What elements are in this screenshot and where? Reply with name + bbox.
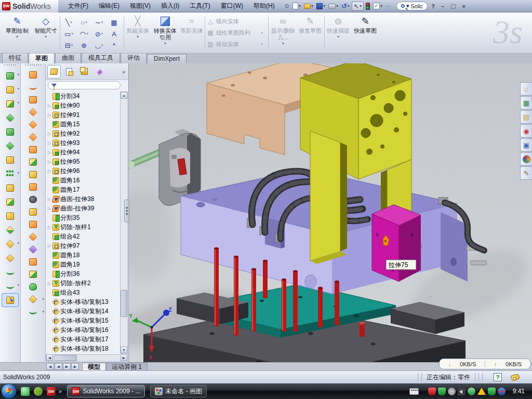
scroll-down-button[interactable]: ▼ [121,347,127,353]
magenta-insert-block[interactable] [372,205,421,282]
combine-tool-button[interactable] [0,181,20,195]
move-body-tool-button[interactable] [0,223,20,237]
scroll-up-button[interactable]: ▲ [121,92,127,99]
print-button[interactable]: ▾ [327,2,339,11]
tree-item[interactable]: 圆角18 [47,250,119,260]
move-entities-button[interactable]: ▧移动实体▾ [207,38,261,50]
circle-tool-button[interactable]: ○▾ [76,17,91,28]
prev-tab-button[interactable]: ◀ [55,363,62,370]
panel-splitter-handle[interactable] [124,200,129,222]
toolbar-grip[interactable] [25,64,41,68]
expand-icon[interactable]: ▷ [47,103,52,108]
convert-entities-button[interactable]: 转换实体引用 ▾ [151,14,179,51]
wizard-tool-button[interactable] [0,153,20,167]
app-close-button[interactable]: × [460,3,468,9]
radiate-surface-button[interactable] [21,143,45,156]
extruded-boss-tool-button[interactable] [0,69,20,83]
expand-icon[interactable]: ▷ [47,225,52,230]
instant3d-button-pressed[interactable] [2,293,19,307]
menu-insert[interactable]: 插入(I) [156,1,184,11]
freeform-surface-button[interactable] [21,118,45,131]
slot-tool-button[interactable]: ⊟▾ [61,39,76,51]
tree-item[interactable]: 圆角17 [47,185,119,194]
search-input[interactable]: ▾ Solic [396,2,428,10]
linear-sketch-pattern-button[interactable]: ▦线性草图阵列▾ [207,27,261,38]
swept-surface-button[interactable] [21,69,45,81]
property-manager-tab[interactable] [62,65,76,78]
scroll-left-button[interactable]: ◀ [46,354,53,361]
thicken-surface-button[interactable] [21,256,45,268]
tree-item[interactable]: 实体-移动/复制17 [47,335,119,344]
tree-item[interactable]: 分割35 [47,213,119,222]
offset-entities-button[interactable]: ≈ 等距实体 [180,14,203,51]
appearances-scenes-button[interactable] [520,152,532,166]
input-method-keyboard-icon[interactable] [409,388,419,395]
extend-surface-button[interactable] [21,181,45,193]
menu-file[interactable]: 文件(F) [63,1,93,11]
taskbar-clock[interactable]: 9:41 [513,388,529,395]
offset-surface-button[interactable] [21,131,45,143]
parting-surface-button[interactable] [21,218,45,231]
motion-study-tab[interactable]: 运动算例 1 [106,363,148,370]
filled-surface-button[interactable] [21,106,45,118]
replace-face-button[interactable] [21,206,45,218]
rebuild-icon[interactable] [365,2,371,11]
tab-features[interactable]: 特征 [2,52,28,63]
spline-tool-button[interactable]: ∼▾ [91,17,107,28]
app-restore-button[interactable]: ▢ [448,3,458,9]
ruled-surface-button[interactable] [21,156,45,168]
graphics-viewport[interactable]: X Y Z 拉伸75 [129,63,532,362]
tray-defender-icon[interactable] [488,388,496,395]
spline-curve-button[interactable] [0,279,20,293]
expand-icon[interactable]: ▷ [47,244,52,248]
menu-view[interactable]: 视图(V) [125,1,155,11]
quick-launch-solidworks-icon[interactable]: SW [47,387,56,396]
quick-tips-button[interactable]: ? [494,373,502,381]
tray-security-alert-icon[interactable] [428,388,436,395]
solidworks-search-button[interactable]: ◉ [520,124,532,138]
tree-item[interactable]: ▷拉伸92 [47,129,119,138]
tab-evaluate[interactable]: 评估 [121,52,147,63]
vertical-scroll-thumb[interactable] [121,290,127,317]
expand-icon[interactable]: ▷ [47,141,52,145]
tree-item[interactable]: 分割34 [47,91,119,101]
expand-icon[interactable]: ▷ [47,131,52,136]
configuration-manager-tab[interactable] [77,65,91,78]
more-tools-icon[interactable]: ⋯ [384,2,392,11]
open-button[interactable]: ▾ [303,2,314,11]
smart-dimension-button[interactable]: ◇ 智能尺寸 ▾ [32,14,59,51]
untrim-surface-button[interactable] [21,243,45,256]
tree-item[interactable]: 组合42 [47,232,119,241]
fillet-tool-button[interactable] [0,97,20,111]
tree-item[interactable]: 分割36 [47,269,119,278]
tree-item[interactable]: ▷曲面-拉伸38 [47,194,119,204]
tree-item[interactable]: ▷拉伸96 [47,166,119,176]
tab-mold-tools[interactable]: 模具工具 [82,52,120,63]
tree-item[interactable]: 圆角19 [47,260,119,269]
save-button[interactable]: ▾ [315,2,326,11]
rectangle-tool-button[interactable]: ▭▾ [61,28,76,39]
expand-icon[interactable]: ▷ [47,150,52,155]
file-explorer-button[interactable]: ▤ [520,110,532,124]
trim-entities-button[interactable]: ╳ 剪裁实体 ▾ [125,14,150,51]
split-tool-button[interactable] [0,195,20,209]
start-button[interactable] [1,383,17,399]
tray-network-icon[interactable] [468,388,475,395]
expand-icon[interactable]: ▷ [47,281,52,286]
tree-item[interactable]: 组合43 [47,288,119,297]
surface-cut-button[interactable] [21,268,45,281]
mirror-entities-button[interactable]: △镜向实体 [207,16,261,27]
quick-launch-more-icon[interactable]: » [59,388,62,394]
tree-item[interactable]: ▷拉伸95 [47,157,119,166]
expand-icon[interactable]: ▷ [47,113,52,117]
centerline-tool-button[interactable] [0,265,20,279]
custom-properties-button[interactable]: ✎ [520,166,532,180]
tree-item[interactable]: 圆角16 [47,176,119,185]
quick-launch-app-icon[interactable] [34,387,43,396]
tree-item[interactable]: ▷切除-放样1 [47,222,119,232]
last-tab-button[interactable]: ▶ [71,363,79,370]
cylinder-surface-button[interactable] [21,281,45,293]
options-button[interactable]: ✓▾ [372,2,383,11]
tree-item[interactable]: ▷拉伸90 [47,101,119,110]
pin-icon[interactable]: ⊙ [284,2,290,11]
